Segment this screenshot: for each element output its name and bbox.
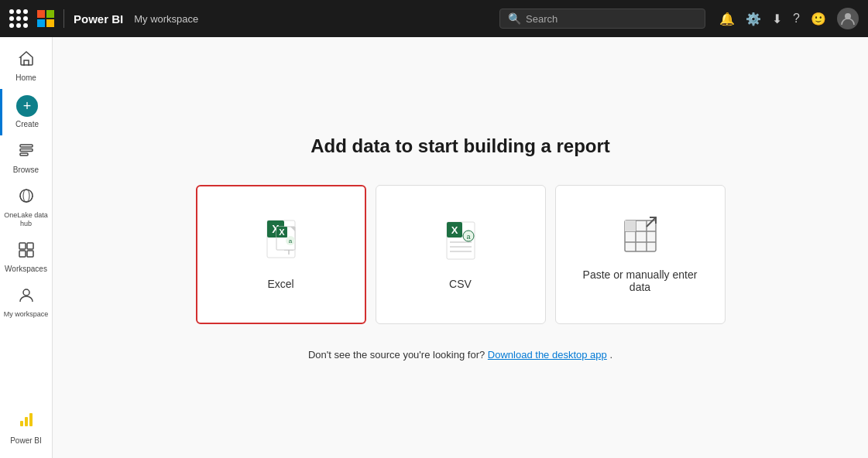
topnav: Power BI My workspace 🔍 Search 🔔 ⚙️ ⬇ ? … — [0, 0, 868, 37]
excel-icon: X X a — [261, 219, 301, 265]
settings-icon[interactable]: ⚙️ — [746, 12, 761, 26]
sidebar: Home + Create Browse OneLake data hub Wo… — [0, 37, 53, 458]
svg-point-5 — [23, 190, 29, 202]
svg-text:X: X — [451, 224, 458, 236]
home-icon — [18, 50, 35, 70]
footer-end: . — [609, 349, 612, 361]
excel-card-label: Excel — [267, 278, 293, 290]
svg-rect-13 — [29, 413, 33, 426]
page-title: Add data to start building a report — [310, 135, 610, 157]
sidebar-item-onelake-label: OneLake data hub — [3, 211, 49, 228]
download-icon[interactable]: ⬇ — [772, 12, 782, 26]
avatar[interactable] — [837, 8, 859, 29]
main-layout: Home + Create Browse OneLake data hub Wo… — [0, 37, 868, 458]
microsoft-logo — [37, 10, 54, 27]
sidebar-item-powerbi[interactable]: Power BI — [0, 404, 52, 452]
sidebar-item-create[interactable]: + Create — [0, 89, 52, 135]
svg-rect-3 — [20, 153, 28, 156]
topnav-icons: 🔔 ⚙️ ⬇ ? 🙂 — [719, 8, 859, 29]
sidebar-item-myworkspace-label: My workspace — [4, 310, 49, 319]
sidebar-item-home-label: Home — [15, 73, 36, 83]
excel-card[interactable]: X X a Excel — [196, 185, 366, 324]
svg-rect-9 — [27, 251, 33, 257]
workspaces-icon — [18, 241, 35, 261]
myworkspace-icon — [18, 286, 35, 307]
workspace-name[interactable]: My workspace — [134, 13, 198, 25]
svg-point-10 — [23, 289, 29, 296]
csv-icon: X a — [441, 219, 481, 265]
search-box[interactable]: 🔍 Search — [499, 9, 705, 29]
paste-icon — [620, 216, 660, 256]
waffle-menu[interactable] — [9, 9, 28, 28]
footer-static: Don't see the source you're looking for? — [308, 349, 485, 361]
sidebar-item-myworkspace[interactable]: My workspace — [0, 280, 52, 325]
onelake-icon — [18, 187, 35, 208]
notification-icon[interactable]: 🔔 — [719, 12, 735, 26]
svg-rect-8 — [19, 251, 26, 257]
powerbi-icon — [17, 410, 36, 433]
sidebar-item-onelake[interactable]: OneLake data hub — [0, 181, 52, 234]
sidebar-item-powerbi-label: Power BI — [10, 436, 42, 446]
app-name: Power BI — [74, 12, 123, 26]
search-icon: 🔍 — [508, 12, 521, 25]
svg-rect-41 — [625, 220, 636, 231]
cards-row: X X a Excel — [196, 185, 726, 324]
csv-card[interactable]: X a CSV — [376, 185, 546, 324]
svg-text:a: a — [288, 238, 292, 244]
svg-rect-23 — [261, 227, 262, 227]
nav-divider — [63, 9, 64, 28]
sidebar-item-browse-label: Browse — [13, 166, 39, 175]
paste-card-label: Paste or manually enter data — [583, 268, 698, 293]
svg-rect-6 — [19, 243, 26, 249]
main-content: Add data to start building a report X — [53, 37, 868, 458]
sidebar-item-workspaces[interactable]: Workspaces — [0, 234, 52, 280]
svg-text:X: X — [279, 227, 285, 237]
create-circle: + — [16, 95, 38, 117]
smiley-icon[interactable]: 🙂 — [811, 12, 826, 26]
csv-card-label: CSV — [449, 278, 472, 290]
svg-rect-7 — [27, 243, 33, 249]
sidebar-item-home[interactable]: Home — [0, 43, 52, 89]
browse-icon — [18, 142, 35, 162]
svg-text:a: a — [466, 233, 470, 241]
search-placeholder: Search — [526, 13, 558, 25]
footer-text: Don't see the source you're looking for?… — [308, 349, 612, 361]
svg-rect-2 — [20, 149, 33, 152]
paste-card[interactable]: Paste or manually enter data — [555, 185, 726, 324]
sidebar-item-browse[interactable]: Browse — [0, 135, 52, 181]
sidebar-item-workspaces-label: Workspaces — [5, 265, 47, 274]
help-icon[interactable]: ? — [793, 12, 800, 26]
svg-rect-1 — [20, 145, 33, 147]
svg-rect-12 — [25, 417, 28, 426]
svg-rect-11 — [20, 421, 23, 426]
footer-link[interactable]: Download the desktop app — [488, 349, 607, 361]
sidebar-item-create-label: Create — [15, 120, 39, 129]
